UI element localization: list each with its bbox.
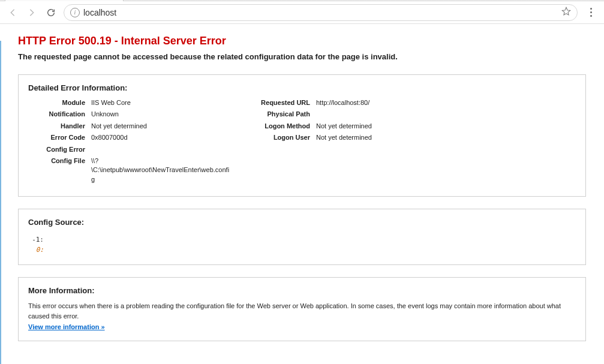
reload-button[interactable] — [44, 6, 58, 19]
forward-button[interactable] — [25, 6, 38, 19]
bookmark-star-icon[interactable] — [561, 7, 571, 18]
error-title: HTTP Error 500.19 - Internal Server Erro… — [18, 35, 586, 47]
browser-tab-bar: IIS 10.0 Detailed Error - 5 — [0, 0, 604, 1]
window-close-button[interactable] — [576, 0, 604, 1]
window-controls — [495, 0, 604, 1]
address-bar[interactable]: i localhost — [64, 4, 578, 21]
detailed-heading: Detailed Error Information: — [28, 83, 576, 98]
label-handler: Handler — [28, 122, 91, 131]
value-requested-url: http://localhost:80/ — [316, 98, 369, 107]
value-config-file: \\?\C:\inetpub\wwwroot\NewTravelEnter\we… — [91, 157, 232, 184]
label-error-code: Error Code — [28, 133, 91, 142]
label-requested-url: Requested URL — [244, 98, 316, 107]
error-subtitle: The requested page cannot be accessed be… — [18, 52, 586, 61]
left-accent-border — [0, 41, 1, 364]
value-logon-method: Not yet determined — [316, 122, 372, 131]
value-error-code: 0x8007000d — [91, 133, 128, 142]
label-logon-user: Logon User — [244, 133, 316, 142]
detailed-error-box: Detailed Error Information: ModuleIIS We… — [18, 74, 586, 197]
browser-menu-button[interactable] — [584, 8, 598, 17]
value-logon-user: Not yet determined — [316, 133, 372, 142]
label-logon-method: Logon Method — [244, 122, 316, 131]
label-config-file: Config File — [28, 157, 91, 184]
config-line-num-0: -1: — [28, 235, 49, 245]
view-more-info-link[interactable]: View more information » — [28, 323, 105, 330]
label-notification: Notification — [28, 110, 91, 119]
detail-col-right: Requested URLhttp://localhost:80/ Physic… — [244, 98, 472, 186]
window-minimize-button[interactable] — [521, 0, 549, 1]
config-line-num-1: 0: — [28, 245, 49, 255]
browser-tab[interactable]: IIS 10.0 Detailed Error - 5 — [5, 0, 124, 1]
config-source-heading: Config Source: — [28, 218, 576, 233]
value-notification: Unknown — [91, 110, 119, 119]
label-config-error: Config Error — [28, 145, 91, 154]
value-handler: Not yet determined — [91, 122, 147, 131]
more-info-box: More Information: This error occurs when… — [18, 277, 586, 341]
more-info-heading: More Information: — [28, 286, 576, 301]
window-maximize-button[interactable] — [549, 0, 576, 1]
page-content: HTTP Error 500.19 - Internal Server Erro… — [0, 24, 604, 347]
config-source-box: Config Source: -1: 0: — [18, 209, 586, 265]
value-module: IIS Web Core — [91, 98, 131, 107]
detail-col-left: ModuleIIS Web Core NotificationUnknown H… — [28, 98, 232, 186]
site-info-icon[interactable]: i — [70, 8, 80, 17]
url-text: localhost — [83, 8, 558, 17]
label-physical-path: Physical Path — [244, 110, 316, 119]
config-source-body: -1: 0: — [28, 235, 576, 255]
back-button[interactable] — [6, 6, 19, 19]
label-module: Module — [28, 98, 91, 107]
browser-toolbar: i localhost — [0, 1, 604, 24]
more-info-text: This error occurs when there is a proble… — [28, 301, 576, 321]
